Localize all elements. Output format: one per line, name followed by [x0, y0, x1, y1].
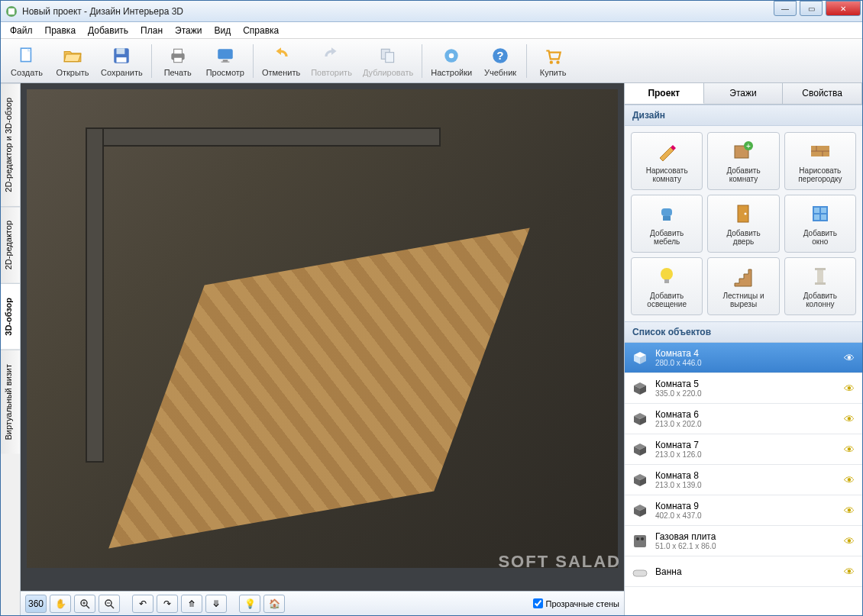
object-item-1[interactable]: Комната 5335.0 x 220.0👁 [625, 373, 862, 404]
svg-marker-14 [331, 47, 337, 55]
toolbar-printer[interactable]: Печать [155, 41, 201, 81]
menu-floors[interactable]: Этажи [169, 24, 208, 37]
add-room-icon: + [731, 139, 755, 163]
tool-door[interactable]: Добавитьдверь [707, 195, 779, 253]
box-icon [631, 379, 649, 398]
svg-rect-16 [386, 52, 394, 62]
object-item-4[interactable]: Комната 8213.0 x 139.0👁 [625, 465, 862, 495]
toolbar-disk[interactable]: Сохранить [95, 41, 148, 81]
toolbar-monitor[interactable]: Просмотр [201, 41, 250, 81]
menu-edit[interactable]: Правка [39, 24, 82, 37]
minimize-button[interactable]: — [774, 1, 797, 16]
visibility-icon[interactable]: 👁 [844, 443, 856, 456]
help-icon: ? [490, 45, 511, 66]
tool-column[interactable]: Добавитьколонну [784, 257, 856, 315]
menu-view[interactable]: Вид [208, 24, 237, 37]
menu-help[interactable]: Справка [237, 24, 285, 37]
visibility-icon[interactable]: 👁 [844, 474, 856, 486]
visibility-icon[interactable]: 👁 [844, 382, 856, 395]
close-button[interactable]: ✕ [826, 1, 861, 16]
right-panel: ПроектЭтажиСвойства Дизайн Нарисоватьком… [624, 83, 862, 615]
svg-point-51 [641, 537, 644, 540]
gear-icon [441, 45, 462, 66]
svg-marker-13 [276, 47, 282, 55]
toolbar-folder-open[interactable]: Открыть [50, 41, 95, 81]
svg-rect-48 [815, 282, 826, 285]
toolbar-file-new[interactable]: Создать [4, 41, 50, 81]
visibility-icon[interactable]: 👁 [844, 535, 856, 547]
visibility-icon[interactable]: 👁 [844, 352, 856, 364]
tool-stairs[interactable]: Лестницы ивырезы [707, 257, 779, 315]
menu-add[interactable]: Добавить [82, 24, 134, 37]
vtab-1[interactable]: 2D-редактор [1, 206, 20, 283]
toolbar-redo: Повторить [305, 41, 357, 81]
rotate-right-tool[interactable]: ↷ [157, 595, 178, 613]
zoom-in-tool[interactable] [74, 595, 95, 613]
chair-icon [655, 202, 679, 226]
toolbar-cart[interactable]: Купить [530, 41, 576, 81]
svg-rect-8 [173, 49, 182, 54]
object-item-3[interactable]: Комната 7213.0 x 126.0👁 [625, 434, 862, 465]
rtab-Проект[interactable]: Проект [625, 83, 704, 104]
svg-rect-45 [664, 279, 669, 283]
toolbar-undo[interactable]: Отменить [257, 41, 305, 81]
toolbar-gear[interactable]: Настройки [425, 41, 477, 81]
svg-line-28 [111, 605, 114, 608]
vtab-2[interactable]: 3D-обзор [1, 283, 20, 350]
tool-wall[interactable]: Нарисоватьперегородку [784, 132, 856, 190]
vtab-0[interactable]: 2D-редактор и 3D-обзор [1, 83, 20, 206]
window-icon [808, 202, 832, 226]
box-icon [631, 410, 649, 428]
tilt-up-tool[interactable]: ⤊ [181, 595, 202, 613]
svg-point-18 [449, 53, 454, 58]
svg-rect-49 [634, 535, 646, 547]
undo-icon [270, 45, 292, 66]
home-tool[interactable]: 🏠 [263, 595, 285, 613]
toolbar-help[interactable]: ?Учебник [477, 41, 523, 81]
light-tool[interactable]: 💡 [239, 595, 260, 613]
box-icon [631, 502, 649, 520]
viewport-3d[interactable]: SOFT SALAD 360 ✋ ↶ ↷ ⤊ ⤋ 💡 🏠 Прозрачные … [21, 83, 624, 615]
rtab-Этажи[interactable]: Этажи [704, 83, 784, 104]
tool-draw-room[interactable]: Нарисоватькомнату [631, 132, 703, 190]
svg-point-50 [636, 537, 639, 540]
tool-bulb[interactable]: Добавитьосвещение [631, 257, 703, 315]
object-item-2[interactable]: Комната 6213.0 x 202.0👁 [625, 404, 862, 434]
menubar: Файл Правка Добавить План Этажи Вид Спра… [1, 22, 862, 39]
pan-tool[interactable]: ✋ [50, 595, 71, 613]
visibility-icon[interactable]: 👁 [844, 505, 856, 517]
visibility-icon[interactable]: 👁 [844, 413, 856, 425]
object-item-6[interactable]: Газовая плита51.0 x 62.1 x 86.0👁 [625, 526, 862, 556]
design-section-header: Дизайн [625, 105, 862, 126]
toolbar: СоздатьОткрытьСохранитьПечатьПросмотрОтм… [1, 39, 862, 83]
zoom-out-tool[interactable] [99, 595, 120, 613]
tool-chair[interactable]: Добавитьмебель [631, 195, 703, 253]
rtab-Свойства[interactable]: Свойства [783, 83, 862, 104]
svg-rect-5 [117, 48, 125, 54]
object-item-5[interactable]: Комната 9402.0 x 437.0👁 [625, 495, 862, 526]
box-icon [631, 440, 649, 459]
orbit-360-tool[interactable]: 360 [25, 595, 47, 613]
monitor-icon [215, 45, 236, 66]
tool-window[interactable]: Добавитьокно [784, 195, 856, 253]
tool-add-room[interactable]: +Добавитькомнату [707, 132, 779, 190]
bulb-icon [655, 264, 679, 289]
printer-icon [167, 45, 189, 66]
menu-file[interactable]: Файл [4, 24, 39, 37]
object-item-0[interactable]: Комната 4280.0 x 446.0👁 [625, 343, 862, 373]
svg-rect-9 [173, 57, 182, 63]
vtab-3[interactable]: Виртуальный визит [1, 350, 20, 454]
object-item-7[interactable]: Ванна👁 [625, 556, 862, 587]
objects-section-header: Список объектов [625, 321, 862, 343]
transparent-walls-checkbox[interactable]: Прозрачные стены [533, 598, 619, 608]
cart-icon [542, 45, 564, 66]
menu-plan[interactable]: План [134, 24, 169, 37]
svg-rect-11 [223, 60, 228, 61]
draw-room-icon [655, 139, 679, 163]
redo-icon [321, 45, 342, 66]
maximize-button[interactable]: ▭ [800, 1, 823, 16]
visibility-icon[interactable]: 👁 [844, 566, 856, 578]
watermark: SOFT SALAD [498, 554, 621, 569]
rotate-left-tool[interactable]: ↶ [132, 595, 154, 613]
tilt-down-tool[interactable]: ⤋ [205, 595, 227, 613]
